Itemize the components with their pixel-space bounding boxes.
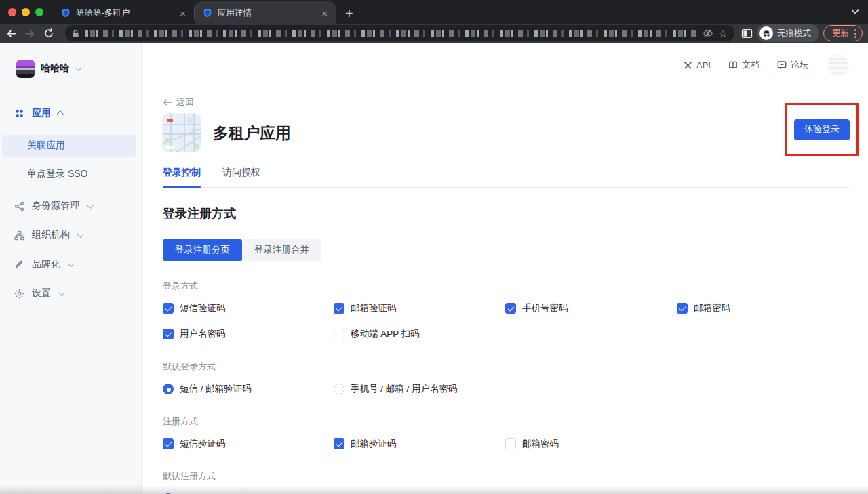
fullscreen-window-button[interactable] (35, 8, 43, 16)
checkbox[interactable] (163, 438, 174, 449)
forward-icon[interactable] (24, 28, 39, 39)
browser-tab[interactable]: 哈哈哈-多租户 × (53, 1, 194, 24)
docs-link[interactable]: 文档 (728, 59, 760, 71)
redacted-url-text (85, 30, 697, 37)
sidebar-item-linked-apps[interactable]: 关联应用 (2, 135, 136, 157)
sidebar-item-sso[interactable]: 单点登录 SSO (2, 163, 136, 185)
option-label: 手机号密码 (522, 302, 568, 314)
checkbox[interactable] (163, 303, 174, 314)
url-bar[interactable]: ☆ (65, 25, 734, 41)
sidebar-item-identity-sources[interactable]: 身份源管理 (0, 199, 141, 213)
sidebar-subitem-label: 关联应用 (27, 140, 65, 152)
option-label: 用户名密码 (180, 328, 226, 340)
checkbox[interactable] (334, 438, 344, 449)
bookmark-star-icon[interactable]: ☆ (719, 28, 728, 39)
chevron-down-icon[interactable] (850, 7, 860, 16)
tab-title: 应用详情 (218, 7, 315, 19)
org-chart-icon (14, 230, 24, 241)
option-label: 邮箱验证码 (351, 438, 397, 450)
tab-access-authorization[interactable]: 访问授权 (222, 167, 260, 187)
back-link[interactable]: 返回 (163, 96, 203, 108)
checkbox-option[interactable]: 邮箱密码 (505, 436, 677, 451)
checkbox-option[interactable]: 邮箱验证码 (334, 301, 505, 316)
paint-icon (14, 260, 24, 270)
radio-option[interactable]: 手机号 / 邮箱 / 用户名密码 (334, 382, 505, 396)
tab-title: 哈哈哈-多租户 (76, 7, 173, 19)
update-button[interactable]: 更新 (823, 25, 863, 41)
sidebar: 哈哈哈 应用 关联应用 单点登录 SSO (0, 43, 142, 494)
checkbox-option[interactable]: 移动端 APP 扫码 (334, 327, 505, 342)
default-login-options: 短信 / 邮箱验证码 手机号 / 邮箱 / 用户名密码 (163, 382, 849, 396)
group-label-register-methods: 注册方式 (163, 415, 849, 428)
group-label-default-register: 默认注册方式 (163, 470, 849, 482)
avatar[interactable] (827, 54, 849, 76)
chevron-down-icon (87, 202, 94, 209)
login-methods-options: 短信验证码 邮箱验证码 手机号密码 邮箱密码 (163, 301, 849, 342)
shield-favicon-icon (203, 8, 212, 18)
workspace-switcher[interactable]: 哈哈哈 (0, 57, 141, 80)
side-panel-icon[interactable] (741, 28, 753, 39)
minimize-window-button[interactable] (22, 8, 30, 16)
option-label: 手机号 / 邮箱 / 用户名密码 (351, 383, 458, 395)
window-controls (0, 0, 53, 24)
radio[interactable] (163, 384, 174, 394)
checkbox-option[interactable]: 短信验证码 (163, 436, 334, 451)
close-icon[interactable]: × (320, 7, 329, 20)
checkbox[interactable] (505, 438, 516, 449)
update-label: 更新 (832, 28, 849, 39)
segment-separate-pages[interactable]: 登录注册分页 (163, 239, 242, 261)
new-tab-button[interactable]: + (336, 7, 363, 24)
apps-icon (14, 108, 24, 119)
arrow-left-icon (163, 98, 172, 106)
incognito-label: 无痕模式 (777, 28, 811, 39)
radio-option[interactable]: 短信 / 邮箱验证码 (163, 491, 334, 494)
checkbox-option[interactable]: 邮箱验证码 (334, 436, 505, 451)
forum-link[interactable]: 论坛 (777, 59, 808, 71)
sidebar-item-organization[interactable]: 组织机构 (0, 228, 141, 243)
option-label: 邮箱密码 (694, 302, 730, 314)
sidebar-item-branding[interactable]: 品牌化 (0, 257, 141, 272)
checkbox-option[interactable]: 手机号密码 (505, 301, 677, 316)
eye-off-icon[interactable] (703, 28, 713, 39)
api-link[interactable]: API (684, 60, 711, 70)
back-icon[interactable] (5, 28, 20, 39)
sidebar-item-label: 组织机构 (32, 229, 70, 241)
close-window-button[interactable] (8, 8, 16, 16)
api-link-label: API (696, 60, 711, 70)
checkbox[interactable] (334, 303, 344, 314)
checkbox-option[interactable]: 短信验证码 (163, 301, 334, 316)
menu-dots-icon[interactable] (854, 29, 856, 38)
workspace-name: 哈哈哈 (41, 62, 69, 75)
group-label-login-methods: 登录方式 (163, 280, 849, 292)
reload-icon[interactable] (43, 28, 58, 39)
sidebar-item-settings[interactable]: 设置 (0, 286, 141, 301)
tools-icon (684, 61, 692, 70)
page-tabs: 登录控制 访问授权 (163, 167, 849, 188)
sidebar-item-label: 应用 (32, 107, 51, 119)
radio-option[interactable]: 短信 / 邮箱验证码 (163, 382, 334, 396)
chevron-down-icon (68, 260, 75, 267)
radio[interactable] (334, 384, 344, 394)
checkbox[interactable] (163, 329, 174, 339)
option-label: 邮箱验证码 (351, 302, 397, 314)
chat-icon (777, 60, 787, 70)
checkbox[interactable] (677, 303, 688, 314)
checkbox[interactable] (334, 329, 344, 339)
browser-tabstrip: 哈哈哈-多租户 × 应用详情 × + (0, 0, 868, 24)
section-title: 登录注册方式 (163, 205, 849, 222)
experience-login-button[interactable]: 体验登录 (794, 119, 850, 140)
register-methods-options: 短信验证码 邮箱验证码 邮箱密码 (163, 436, 849, 451)
checkbox-option[interactable]: 用户名密码 (163, 327, 334, 342)
tab-login-control[interactable]: 登录控制 (163, 167, 201, 187)
checkbox-option[interactable]: 邮箱密码 (677, 301, 849, 316)
sidebar-item-applications[interactable]: 应用 (0, 106, 141, 121)
book-icon (728, 60, 738, 70)
forum-link-label: 论坛 (791, 59, 808, 71)
workspace-logo (16, 60, 35, 78)
browser-tab-active[interactable]: 应用详情 × (195, 1, 336, 24)
option-label: 邮箱密码 (522, 438, 559, 450)
close-icon[interactable]: × (178, 7, 187, 20)
checkbox[interactable] (505, 303, 516, 314)
back-label: 返回 (176, 96, 194, 108)
segment-merged[interactable]: 登录注册合并 (242, 239, 321, 261)
